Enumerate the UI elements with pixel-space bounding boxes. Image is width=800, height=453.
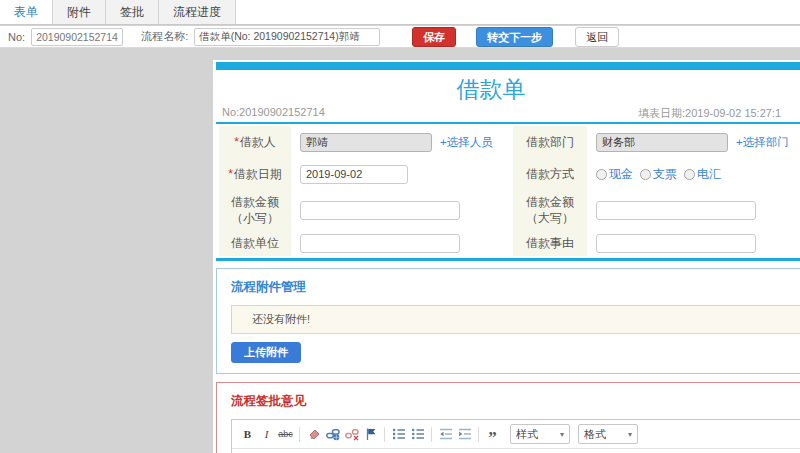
anchor-flag-icon xyxy=(364,427,378,441)
radio-icon[interactable] xyxy=(684,169,695,180)
strikethrough-button[interactable]: abc xyxy=(276,425,295,444)
blockquote-button[interactable]: ” xyxy=(483,425,502,444)
department-field: +选择部门 xyxy=(587,126,800,158)
loan-form-table: *借款人 +选择人员 借款部门 +选择部门 *借款日期 借款方式 现金 支票 电… xyxy=(219,126,800,256)
outdent-icon xyxy=(439,427,453,441)
loan-reason-input[interactable] xyxy=(596,234,756,253)
numbered-list-button[interactable] xyxy=(389,425,408,444)
toolbar-separator xyxy=(478,427,479,442)
amount-lower-input[interactable] xyxy=(300,201,460,220)
tab-bar: 表单 附件 签批 流程进度 xyxy=(0,0,800,25)
borrower-input[interactable] xyxy=(300,133,432,152)
editor-toolbar: B I abc xyxy=(232,420,800,449)
divider xyxy=(216,258,800,261)
screen: 表单 附件 签批 流程进度 No: 流程名称: 保存 转交下一步 返回 借款单 … xyxy=(0,0,800,453)
loan-unit-field xyxy=(291,230,513,256)
divider xyxy=(216,122,800,124)
approval-section-title: 流程签批意见 xyxy=(231,393,800,410)
tab-form[interactable]: 表单 xyxy=(0,0,53,24)
radio-icon[interactable] xyxy=(596,169,607,180)
form-meta-row: No:20190902152714 填表日期:2019-09-02 15:27:… xyxy=(213,104,800,120)
indent-button[interactable] xyxy=(455,425,474,444)
save-button[interactable]: 保存 xyxy=(412,27,456,47)
radio-icon[interactable] xyxy=(640,169,651,180)
amount-lower-label: 借款金额（小写） xyxy=(219,190,291,230)
loan-date-input[interactable] xyxy=(300,165,408,184)
back-button[interactable]: 返回 xyxy=(575,27,619,47)
italic-button[interactable]: I xyxy=(257,425,276,444)
link-button[interactable] xyxy=(323,425,342,444)
anchor-flag-button[interactable] xyxy=(361,425,380,444)
remove-format-button[interactable] xyxy=(304,425,323,444)
unlink-button[interactable] xyxy=(342,425,361,444)
no-label: No: xyxy=(8,31,25,43)
approval-section: 流程签批意见 B I abc xyxy=(216,382,800,453)
outdent-button[interactable] xyxy=(436,425,455,444)
amount-upper-field xyxy=(587,190,800,230)
numbered-list-icon xyxy=(392,427,406,441)
loan-method-label: 借款方式 xyxy=(513,158,587,190)
chevron-down-icon: ▾ xyxy=(628,430,632,439)
form-date-text: 填表日期:2019-09-02 15:27:1 xyxy=(638,106,781,121)
amount-upper-input[interactable] xyxy=(596,201,756,220)
amount-lower-field xyxy=(291,190,513,230)
styles-dropdown[interactable]: 样式 ▾ xyxy=(510,424,570,444)
action-toolbar: No: 流程名称: 保存 转交下一步 返回 xyxy=(0,26,800,48)
loan-method-option-check[interactable]: 支票 xyxy=(640,166,677,183)
loan-method-option-cash[interactable]: 现金 xyxy=(596,166,633,183)
bulleted-list-button[interactable] xyxy=(408,425,427,444)
department-label: 借款部门 xyxy=(513,126,587,158)
department-input[interactable] xyxy=(596,133,728,152)
loan-method-field: 现金 支票 电汇 xyxy=(587,158,800,190)
loan-reason-field xyxy=(587,230,800,256)
upload-attachment-button[interactable]: 上传附件 xyxy=(231,342,301,363)
bold-button[interactable]: B xyxy=(238,425,257,444)
chevron-down-icon: ▾ xyxy=(560,430,564,439)
form-panel: 借款单 No:20190902152714 填表日期:2019-09-02 15… xyxy=(213,60,800,453)
tab-approval[interactable]: 签批 xyxy=(106,0,159,24)
link-icon xyxy=(326,427,340,441)
attachments-section-title: 流程附件管理 xyxy=(231,279,800,296)
select-department-link[interactable]: +选择部门 xyxy=(736,135,789,150)
form-no-text: No:20190902152714 xyxy=(222,106,325,118)
borrower-label: *借款人 xyxy=(219,126,291,158)
tab-progress[interactable]: 流程进度 xyxy=(159,0,236,24)
loan-unit-input[interactable] xyxy=(300,234,460,253)
attachments-section: 流程附件管理 还没有附件! 上传附件 xyxy=(216,268,800,374)
tab-attachment[interactable]: 附件 xyxy=(53,0,106,24)
select-person-link[interactable]: +选择人员 xyxy=(440,135,493,150)
no-input[interactable] xyxy=(31,28,123,46)
process-name-input[interactable] xyxy=(194,28,380,46)
loan-date-field xyxy=(291,158,513,190)
amount-upper-label: 借款金额（大写） xyxy=(513,190,587,230)
indent-icon xyxy=(458,427,472,441)
toolbar-separator xyxy=(431,427,432,442)
loan-unit-label: 借款单位 xyxy=(219,230,291,256)
loan-method-option-wire[interactable]: 电汇 xyxy=(684,166,721,183)
borrower-field: +选择人员 xyxy=(291,126,513,158)
unlink-icon xyxy=(345,427,359,441)
next-step-button[interactable]: 转交下一步 xyxy=(476,27,553,47)
process-name-label: 流程名称: xyxy=(141,29,188,44)
bulleted-list-icon xyxy=(411,427,425,441)
form-title: 借款单 xyxy=(213,76,769,102)
rich-text-editor: B I abc xyxy=(231,419,800,453)
no-attachment-message: 还没有附件! xyxy=(231,305,800,334)
toolbar-separator xyxy=(299,427,300,442)
editor-content[interactable] xyxy=(232,449,800,453)
loan-reason-label: 借款事由 xyxy=(513,230,587,256)
remove-format-icon xyxy=(307,427,321,441)
format-dropdown[interactable]: 格式 ▾ xyxy=(578,424,638,444)
loan-date-label: *借款日期 xyxy=(219,158,291,190)
toolbar-separator xyxy=(384,427,385,442)
panel-top-accent-bar xyxy=(216,62,800,70)
